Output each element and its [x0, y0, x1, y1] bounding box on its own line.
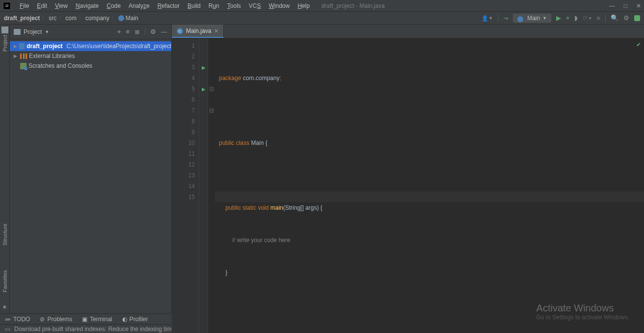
run-line-icon[interactable]: ▶ — [202, 86, 206, 92]
profiler-icon: ◐ — [122, 316, 127, 323]
editor: C Main.java ✕ 1 2 3 4 5 6 7 8 9 10 11 12… — [172, 25, 644, 313]
menu-code[interactable]: Code — [103, 1, 125, 10]
line-gutter[interactable]: 1 2 3 4 5 6 7 8 9 10 11 12 13 14 15 — [172, 38, 199, 333]
nav-row: draft_project 〉 src 〉 com 〉 company 〉 Ma… — [0, 12, 644, 25]
project-panel-header: Project ▼ ⌖ ≡ ≣ ⚙ — — [10, 25, 171, 39]
menu-window[interactable]: Window — [265, 1, 294, 10]
star-icon: ★ — [2, 304, 7, 310]
code-area[interactable]: 1 2 3 4 5 6 7 8 9 10 11 12 13 14 15 ▶ ▶ — [172, 38, 644, 333]
chevron-down-icon[interactable]: ▼ — [488, 16, 493, 21]
line-number[interactable]: 10 — [172, 138, 195, 148]
breadcrumb-item[interactable]: company — [85, 15, 109, 22]
line-number[interactable]: 5 — [172, 83, 195, 94]
breadcrumb-item[interactable]: draft_project — [4, 15, 40, 22]
run-config-label: Main — [527, 15, 540, 22]
chevron-right-icon: 〉 — [58, 15, 63, 22]
select-opened-file-icon[interactable]: ⌖ — [117, 28, 121, 36]
window-minimize-icon[interactable]: — — [609, 2, 615, 9]
menu-file[interactable]: File — [16, 1, 33, 10]
build-icon[interactable]: ↘ — [502, 14, 510, 22]
breadcrumb-item[interactable]: src — [49, 15, 56, 22]
left-tool-strip: Project Structure Favorites ★ — [0, 25, 10, 313]
window-close-icon[interactable]: ✕ — [636, 2, 641, 9]
menu-run[interactable]: Run — [205, 1, 223, 10]
tab-label: Main.java — [186, 28, 211, 34]
gear-icon[interactable]: ⚙ — [623, 14, 629, 22]
code-content[interactable]: package com.company; public class Main {… — [215, 38, 644, 333]
add-user-icon[interactable] — [482, 14, 488, 22]
breadcrumb-item[interactable]: Main — [118, 14, 138, 22]
run-line-icon[interactable]: ▶ — [202, 65, 206, 70]
line-number[interactable]: 9 — [172, 127, 195, 138]
main-menu: File Edit View Navigate Code Analyze Ref… — [16, 1, 314, 10]
line-number[interactable]: 2 — [172, 51, 195, 62]
menu-navigate[interactable]: Navigate — [72, 1, 103, 10]
chevron-right-icon[interactable]: ▶ — [14, 54, 18, 58]
tree-external-libraries[interactable]: ▶ External Libraries — [10, 51, 171, 61]
tab-todo[interactable]: ≔TODO — [5, 316, 30, 323]
menu-analyze[interactable]: Analyze — [125, 1, 154, 10]
tree-scratches[interactable]: Scratches and Consoles — [10, 61, 171, 71]
class-icon — [118, 15, 124, 21]
favorites-tool-tab[interactable]: Favorites — [2, 270, 8, 292]
fold-end-icon[interactable]: ⊟ — [209, 107, 214, 114]
run-config-dropdown[interactable]: Main ▼ — [513, 14, 551, 23]
editor-tabs: C Main.java ✕ — [172, 25, 644, 38]
list-icon: ≔ — [5, 316, 11, 323]
chevron-right-icon[interactable]: ▶ — [14, 44, 17, 49]
chevron-down-icon[interactable]: ▼ — [45, 29, 49, 34]
breadcrumb-item[interactable]: com — [65, 15, 77, 22]
editor-tab[interactable]: C Main.java ✕ — [172, 25, 224, 38]
run-icon[interactable]: ▶ — [556, 14, 561, 22]
line-number[interactable]: 13 — [172, 170, 195, 181]
menu-vcs[interactable]: VCS — [245, 1, 265, 10]
menu-build[interactable]: Build — [184, 1, 205, 10]
stop-icon[interactable]: ■ — [596, 14, 600, 22]
gear-icon[interactable]: ⚙ — [150, 28, 156, 36]
expand-all-icon[interactable]: ≡ — [126, 28, 130, 36]
fold-start-icon[interactable]: ⊟ — [209, 85, 214, 92]
window-maximize-icon[interactable]: □ — [624, 2, 627, 9]
close-icon[interactable]: ✕ — [214, 28, 218, 34]
module-icon — [19, 43, 25, 49]
fold-column: ⊟ ⊟ — [208, 38, 215, 333]
project-tool-icon[interactable] — [1, 27, 8, 33]
tree-project-root[interactable]: ▶ draft_project C:\Users\user\IdeaProjec… — [10, 41, 171, 51]
collapse-all-icon[interactable]: ≣ — [134, 28, 140, 36]
structure-tool-tab[interactable]: Structure — [2, 223, 8, 246]
line-number[interactable]: 6 — [172, 94, 195, 105]
chevron-right-icon: 〉 — [42, 15, 47, 22]
tab-problems[interactable]: ⊘Problems — [40, 316, 72, 323]
title-bar: IJ File Edit View Navigate Code Analyze … — [0, 0, 644, 12]
line-number[interactable]: 3 — [172, 62, 195, 73]
menu-tools[interactable]: Tools — [223, 1, 245, 10]
analysis-ok-icon[interactable]: ✔ — [636, 41, 641, 48]
line-number[interactable]: 15 — [172, 192, 195, 202]
hide-panel-icon[interactable]: — — [161, 28, 167, 36]
tree-item-label: External Libraries — [29, 53, 75, 59]
line-number[interactable]: 4 — [172, 73, 195, 83]
tab-profiler[interactable]: ◐Profiler — [122, 316, 148, 323]
project-tool-tab[interactable]: Project — [2, 35, 8, 52]
menu-refactor[interactable]: Refactor — [154, 1, 184, 10]
line-number[interactable]: 8 — [172, 116, 195, 127]
tab-terminal[interactable]: ▣Terminal — [82, 316, 112, 323]
line-number[interactable]: 12 — [172, 159, 195, 170]
current-line-highlight — [215, 192, 644, 202]
search-icon[interactable]: 🔍 — [611, 14, 618, 22]
notifications-icon[interactable] — [634, 15, 640, 21]
breadcrumb: draft_project 〉 src 〉 com 〉 company 〉 Ma… — [0, 14, 138, 22]
line-number[interactable]: 1 — [172, 40, 195, 51]
line-number[interactable]: 11 — [172, 148, 195, 159]
line-number[interactable]: 14 — [172, 181, 195, 192]
status-window-icon[interactable]: ▭ — [5, 326, 10, 333]
coverage-icon[interactable]: ◗ — [574, 14, 578, 22]
debug-icon[interactable]: ⌖ — [566, 14, 569, 22]
menu-edit[interactable]: Edit — [33, 1, 51, 10]
chevron-down-icon[interactable]: ▾ — [589, 16, 591, 21]
app-icon: IJ — [3, 2, 11, 10]
line-number[interactable]: 7 — [172, 105, 195, 116]
profile-icon[interactable]: ⟳ — [583, 14, 588, 22]
menu-help[interactable]: Help — [294, 1, 314, 10]
menu-view[interactable]: View — [51, 1, 72, 10]
